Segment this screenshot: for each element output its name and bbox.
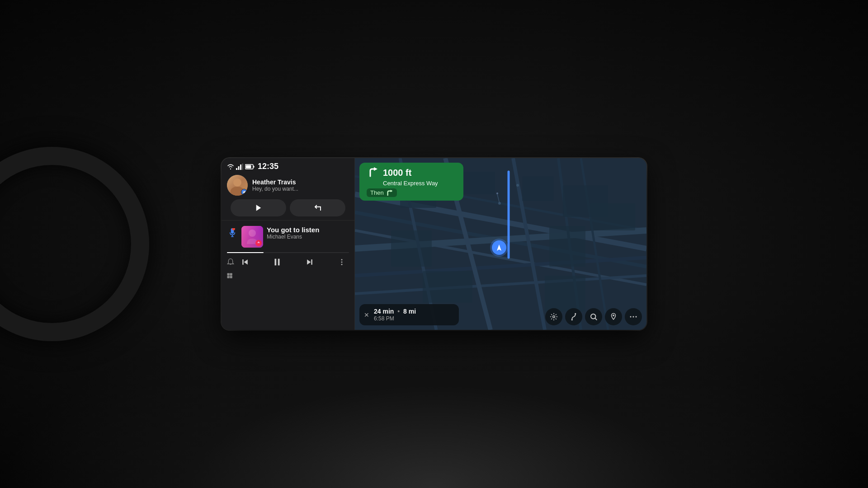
reply-message-button[interactable] bbox=[290, 199, 345, 216]
svg-rect-48 bbox=[590, 203, 635, 230]
music-progress-bar[interactable] bbox=[227, 252, 349, 253]
search-icon bbox=[590, 313, 598, 321]
message-app-badge: 💬 bbox=[241, 189, 247, 195]
message-row: 💬 Heather Travis Hey, do you want... bbox=[227, 175, 349, 196]
svg-point-63 bbox=[613, 314, 614, 316]
previous-track-button[interactable] bbox=[238, 255, 252, 269]
android-auto-screen: 12:35 💬 Heather Travis Hey, do you want.… bbox=[222, 158, 646, 330]
svg-rect-21 bbox=[311, 259, 312, 265]
svg-marker-56 bbox=[374, 167, 377, 171]
vehicle-circle bbox=[492, 240, 506, 255]
map-search-button[interactable] bbox=[585, 308, 602, 325]
message-preview: Hey, do you want... bbox=[252, 186, 349, 192]
album-art-image bbox=[241, 226, 263, 248]
nav-then-label: Then bbox=[370, 189, 384, 196]
route-icon bbox=[570, 313, 578, 321]
eta-distance: 8 mi bbox=[403, 308, 416, 315]
music-section: You got to listen Michael Evans bbox=[222, 221, 354, 330]
svg-rect-26 bbox=[230, 273, 232, 276]
svg-marker-20 bbox=[307, 259, 311, 265]
pause-icon bbox=[272, 257, 282, 267]
svg-rect-47 bbox=[549, 226, 585, 267]
eta-separator: • bbox=[397, 308, 400, 315]
notification-bell-icon bbox=[227, 258, 234, 266]
svg-marker-7 bbox=[256, 205, 261, 211]
svg-rect-28 bbox=[230, 276, 232, 278]
svg-rect-17 bbox=[242, 259, 244, 265]
svg-line-62 bbox=[595, 318, 596, 319]
eta-close-button[interactable]: ✕ bbox=[364, 311, 369, 319]
svg-point-59 bbox=[575, 313, 576, 314]
more-options-button[interactable] bbox=[335, 255, 349, 269]
eta-card: ✕ 24 min • 8 mi 6:58 PM bbox=[359, 304, 459, 325]
pause-button[interactable] bbox=[270, 255, 284, 269]
vehicle-marker bbox=[492, 240, 506, 255]
ellipsis-icon bbox=[629, 315, 637, 319]
nav-distance: 1000 ft bbox=[383, 168, 411, 178]
map-more-button[interactable] bbox=[625, 308, 642, 325]
svg-point-64 bbox=[630, 316, 632, 318]
svg-point-23 bbox=[341, 262, 342, 263]
map-settings-button[interactable] bbox=[545, 308, 562, 325]
message-section: 💬 Heather Travis Hey, do you want... bbox=[222, 173, 354, 220]
music-progress-fill bbox=[227, 252, 264, 253]
next-track-button[interactable] bbox=[302, 255, 317, 269]
svg-marker-55 bbox=[497, 244, 501, 251]
location-pin-icon bbox=[609, 313, 618, 321]
contact-avatar: 💬 bbox=[227, 175, 248, 196]
svg-rect-12 bbox=[241, 226, 263, 248]
message-actions bbox=[227, 199, 349, 216]
apps-grid-icon[interactable] bbox=[225, 271, 236, 282]
nav-then: Then bbox=[367, 188, 397, 197]
svg-rect-2 bbox=[240, 164, 241, 170]
map-pin-button[interactable] bbox=[605, 308, 622, 325]
eta-arrival: 6:58 PM bbox=[374, 315, 453, 322]
mic-icon[interactable] bbox=[227, 226, 238, 237]
album-art bbox=[241, 226, 263, 248]
turn-direction-icon bbox=[367, 166, 379, 179]
svg-rect-3 bbox=[242, 164, 244, 170]
svg-rect-5 bbox=[254, 166, 255, 168]
more-dots-icon bbox=[338, 258, 346, 266]
play-message-button[interactable] bbox=[231, 199, 286, 216]
svg-rect-49 bbox=[423, 271, 472, 303]
signal-icon bbox=[236, 164, 243, 170]
svg-point-60 bbox=[571, 319, 573, 320]
nav-distance-row: 1000 ft bbox=[367, 166, 456, 179]
eta-main: 24 min • 8 mi bbox=[374, 308, 453, 315]
map-route-button[interactable] bbox=[565, 308, 582, 325]
message-info: Heather Travis Hey, do you want... bbox=[252, 178, 349, 192]
reply-icon bbox=[314, 204, 322, 212]
svg-point-65 bbox=[633, 316, 634, 318]
svg-rect-44 bbox=[522, 176, 554, 201]
status-bar: 12:35 bbox=[222, 158, 354, 173]
svg-point-52 bbox=[516, 184, 519, 187]
svg-marker-15 bbox=[257, 241, 260, 243]
media-controls bbox=[236, 255, 351, 269]
track-title: You got to listen bbox=[267, 226, 349, 234]
next-icon bbox=[305, 258, 314, 267]
left-panel: 12:35 💬 Heather Travis Hey, do you want.… bbox=[222, 158, 355, 330]
microphone-icon bbox=[229, 228, 236, 237]
svg-point-58 bbox=[553, 316, 555, 318]
svg-point-14 bbox=[255, 240, 262, 246]
svg-rect-19 bbox=[278, 259, 280, 266]
svg-marker-57 bbox=[390, 190, 392, 192]
svg-rect-50 bbox=[545, 276, 585, 312]
prev-icon bbox=[241, 258, 250, 267]
svg-marker-16 bbox=[244, 259, 248, 265]
svg-rect-46 bbox=[391, 230, 432, 267]
svg-point-24 bbox=[341, 264, 342, 265]
app-grid-icon bbox=[226, 272, 235, 281]
map-panel: 1000 ft Central Express Way Then ✕ bbox=[355, 158, 646, 330]
track-artist: Michael Evans bbox=[267, 234, 349, 240]
navigation-header: 1000 ft Central Express Way Then bbox=[359, 163, 463, 201]
wifi-icon bbox=[227, 164, 234, 169]
svg-rect-27 bbox=[227, 276, 230, 278]
svg-rect-18 bbox=[275, 259, 277, 266]
svg-rect-6 bbox=[246, 165, 251, 168]
svg-point-54 bbox=[496, 192, 498, 194]
bell-icon[interactable] bbox=[225, 257, 236, 267]
battery-icon bbox=[245, 164, 255, 169]
turn-arrow bbox=[367, 166, 379, 179]
